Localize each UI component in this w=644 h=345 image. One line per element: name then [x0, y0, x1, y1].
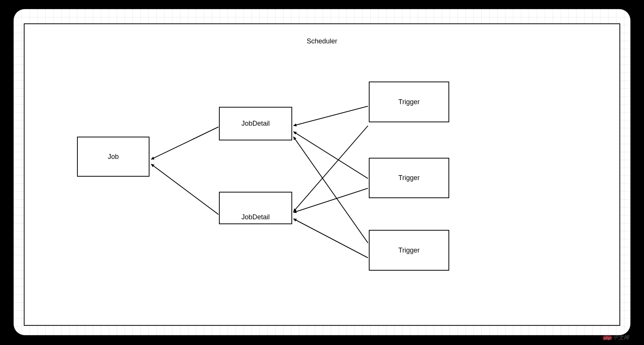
edge-t2-jd1: [293, 132, 368, 179]
edge-t2-jd2: [293, 188, 368, 213]
edge-jd2-job: [151, 164, 219, 215]
node-trigger-1-label: Trigger: [398, 98, 419, 106]
edge-t1-jd1: [293, 106, 368, 126]
edge-t1-jd2: [293, 126, 368, 212]
php-badge: php: [602, 336, 612, 340]
node-trigger-2-label: Trigger: [398, 174, 419, 182]
node-jobdetail-2: JobDetail: [219, 192, 292, 224]
edge-t3-jd1: [293, 137, 368, 243]
node-jobdetail-1-label: JobDetail: [241, 120, 270, 128]
watermark-csdn: CSDN @梦醒贰零之时: [477, 336, 531, 343]
node-trigger-3-label: Trigger: [398, 246, 419, 254]
node-trigger-2: Trigger: [369, 158, 449, 198]
edge-jd1-job: [151, 127, 219, 159]
node-jobdetail-1: JobDetail: [219, 107, 292, 140]
node-trigger-3: Trigger: [369, 230, 449, 271]
watermark-php: php中文网: [602, 334, 629, 341]
node-job: Job: [77, 137, 149, 177]
scheduler-title: Scheduler: [25, 37, 619, 45]
diagram-canvas: Scheduler Job JobDetail JobDetail Trigge…: [14, 9, 630, 335]
node-jobdetail-2-label: JobDetail: [241, 213, 270, 221]
edge-t3-jd2: [293, 219, 368, 258]
php-text: 中文网: [613, 334, 629, 340]
node-trigger-1: Trigger: [369, 82, 449, 122]
node-job-label: Job: [108, 153, 119, 161]
outer-frame: Scheduler Job JobDetail JobDetail Trigge…: [0, 0, 644, 345]
scheduler-container: Scheduler Job JobDetail JobDetail Trigge…: [24, 23, 620, 326]
